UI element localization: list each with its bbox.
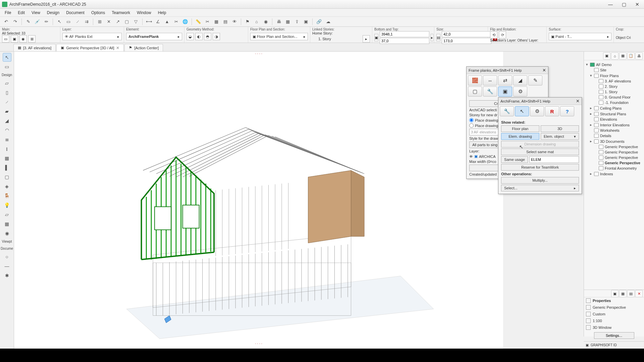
menu-teamwork[interactable]: Teamwork bbox=[108, 9, 133, 16]
af-tool-r[interactable]: R bbox=[545, 106, 559, 116]
tree-fp-0[interactable]: 0. Ground Floor bbox=[585, 95, 643, 100]
roof-tool[interactable]: ◢ bbox=[3, 116, 11, 125]
reserve-teamwork-button[interactable]: Reserve for TeamWork bbox=[501, 164, 579, 171]
tree-details[interactable]: Details bbox=[585, 133, 643, 138]
nav-button[interactable]: ◉ bbox=[262, 18, 270, 26]
size2-input[interactable] bbox=[442, 38, 491, 44]
prop-tb-close[interactable]: ✕ bbox=[635, 290, 643, 297]
fp-tool-8-active[interactable]: ▣ bbox=[498, 86, 512, 97]
tree-gp2[interactable]: Generic Perspective bbox=[585, 149, 643, 155]
maximize-button[interactable]: ▢ bbox=[617, 0, 631, 9]
fp-tool-4[interactable]: ◢ bbox=[513, 75, 527, 85]
tree-fp-n1[interactable]: -1. Foundation bbox=[585, 100, 643, 105]
dim-button[interactable]: ⟷ bbox=[145, 18, 153, 26]
floor-plan-button[interactable]: Floor plan bbox=[501, 125, 539, 132]
redo-button[interactable]: ↷ bbox=[11, 18, 19, 26]
elem-input[interactable] bbox=[529, 156, 579, 163]
window-tool[interactable]: ▢ bbox=[3, 173, 11, 181]
viewport-3d[interactable]: - - - - bbox=[14, 52, 503, 349]
arrow-tool[interactable]: ↖ bbox=[3, 53, 11, 62]
cut-button[interactable]: ✂ bbox=[203, 18, 211, 26]
prop-3dwin[interactable]: 3D Window bbox=[584, 324, 644, 331]
line2-tool[interactable]: — bbox=[3, 262, 11, 270]
grid2-button[interactable]: ▤ bbox=[221, 18, 229, 26]
af-tool-wrench[interactable]: 🔧 bbox=[500, 106, 514, 116]
main-btn-4[interactable]: ⊞ bbox=[28, 35, 36, 43]
tree-fp-3[interactable]: 3. AF elevations bbox=[585, 78, 643, 84]
fp-tool-2[interactable]: ↔ bbox=[483, 75, 497, 85]
wall-tool[interactable]: ▱ bbox=[3, 79, 11, 87]
lamp-tool[interactable]: 💡 bbox=[3, 201, 11, 209]
fps-combo[interactable]: ▣ Floor Plan and Section...▸ bbox=[250, 33, 308, 40]
flip-1[interactable]: ⟲ bbox=[490, 31, 497, 39]
cursor-button[interactable]: ↗ bbox=[114, 18, 122, 26]
print-button[interactable]: 🖶 bbox=[275, 18, 283, 26]
settings-button[interactable]: Settings... bbox=[594, 332, 634, 339]
bottom-input[interactable] bbox=[380, 31, 429, 37]
prop-view[interactable]: Generic Perspective bbox=[584, 304, 644, 311]
surface-combo[interactable]: ▣ Paint - T...▸ bbox=[549, 33, 611, 40]
size-icon[interactable]: ▤ bbox=[436, 34, 440, 41]
angle-button[interactable]: ∠ bbox=[154, 18, 162, 26]
fp-tool-3[interactable]: ⇄ bbox=[498, 75, 512, 85]
line-button[interactable]: ⟋ bbox=[73, 18, 82, 26]
menu-options[interactable]: Options bbox=[88, 9, 108, 16]
morph-tool[interactable]: ◉ bbox=[3, 229, 11, 238]
layout-button[interactable]: ▦ bbox=[284, 18, 292, 26]
home-button[interactable]: ⌂ bbox=[253, 18, 261, 26]
tree-fa[interactable]: Frontal Axonometry bbox=[585, 166, 643, 171]
nav-btn-2[interactable]: ⌂ bbox=[611, 52, 619, 60]
element-combo[interactable]: ArchiFramePlank▸ bbox=[126, 33, 182, 40]
close-button[interactable]: ✕ bbox=[631, 0, 644, 9]
tree-fp-2[interactable]: 2. Story bbox=[585, 84, 643, 89]
minimize-button[interactable]: — bbox=[604, 0, 617, 9]
flag-button[interactable]: ⚑ bbox=[244, 18, 252, 26]
elem-drawing-button[interactable]: Elem. drawing bbox=[501, 133, 539, 140]
stair-tool[interactable]: ≣ bbox=[3, 135, 11, 144]
fp-tool-7[interactable]: 🔧 bbox=[483, 86, 497, 97]
bt-icon[interactable]: ▣ bbox=[374, 34, 378, 41]
marquee-tool[interactable]: ▭ bbox=[3, 62, 11, 71]
story-arrow[interactable]: ▸ bbox=[363, 35, 370, 43]
menu-file[interactable]: File bbox=[1, 9, 14, 16]
select-combo[interactable]: Select...▸ bbox=[501, 185, 579, 191]
globe-button[interactable]: 🌐 bbox=[181, 18, 189, 26]
main-btn-3[interactable]: ◉ bbox=[19, 35, 27, 43]
beam-tool[interactable]: ⟋ bbox=[3, 98, 11, 106]
column-tool[interactable]: ▯ bbox=[3, 88, 11, 97]
nav-btn-3[interactable]: ▦ bbox=[619, 52, 627, 60]
flip-2[interactable]: ⟳ bbox=[499, 31, 506, 39]
prop-tb-1[interactable]: ▣ bbox=[611, 290, 619, 297]
menu-document[interactable]: Document bbox=[63, 9, 88, 16]
main-btn-2[interactable]: ▣ bbox=[11, 35, 18, 43]
tree-interior[interactable]: ▸Interior Elevations bbox=[585, 122, 643, 128]
place-drawing-radio-1[interactable] bbox=[469, 118, 474, 122]
tree-elevations[interactable]: Elevations bbox=[585, 117, 643, 122]
arrow-button[interactable]: ↖ bbox=[55, 18, 63, 26]
geom-2[interactable]: ◐ bbox=[195, 33, 203, 40]
nav-btn-4[interactable]: 📋 bbox=[627, 52, 635, 60]
geom-1[interactable]: ◒ bbox=[186, 33, 194, 40]
geom-3[interactable]: ◓ bbox=[204, 33, 211, 40]
archiframe-close[interactable]: ✕ bbox=[576, 99, 580, 104]
plan-button[interactable]: ▦ bbox=[212, 18, 220, 26]
tree-gp-active[interactable]: Generic Perspective bbox=[585, 160, 643, 166]
offset-button[interactable]: ⇉ bbox=[83, 18, 91, 26]
3d-button[interactable]: 3D bbox=[541, 125, 579, 132]
tree-floorplans[interactable]: ▾Floor Plans bbox=[585, 73, 643, 78]
elem-object-combo[interactable]: Elem. object▾ bbox=[541, 133, 579, 140]
menu-edit[interactable]: Edit bbox=[14, 9, 28, 16]
place-drawing-radio-2[interactable] bbox=[469, 123, 474, 128]
door-tool[interactable]: ▌ bbox=[3, 163, 11, 172]
bt-arrow[interactable]: ▸ bbox=[431, 34, 433, 41]
shell-tool[interactable]: ◠ bbox=[3, 126, 11, 134]
curtain-tool[interactable]: ▦ bbox=[3, 154, 11, 163]
undo-button[interactable]: ↶ bbox=[2, 18, 10, 26]
tree-ceiling[interactable]: ▸Ceiling Plans bbox=[585, 105, 643, 111]
ruler-button[interactable]: 📏 bbox=[194, 18, 202, 26]
menu-design[interactable]: Design bbox=[44, 9, 63, 16]
tri-button[interactable]: ▽ bbox=[132, 18, 140, 26]
menu-view[interactable]: View bbox=[28, 9, 44, 16]
same-usage-button[interactable]: Same usage bbox=[501, 156, 528, 163]
mesh-tool[interactable]: ▦ bbox=[3, 220, 11, 228]
